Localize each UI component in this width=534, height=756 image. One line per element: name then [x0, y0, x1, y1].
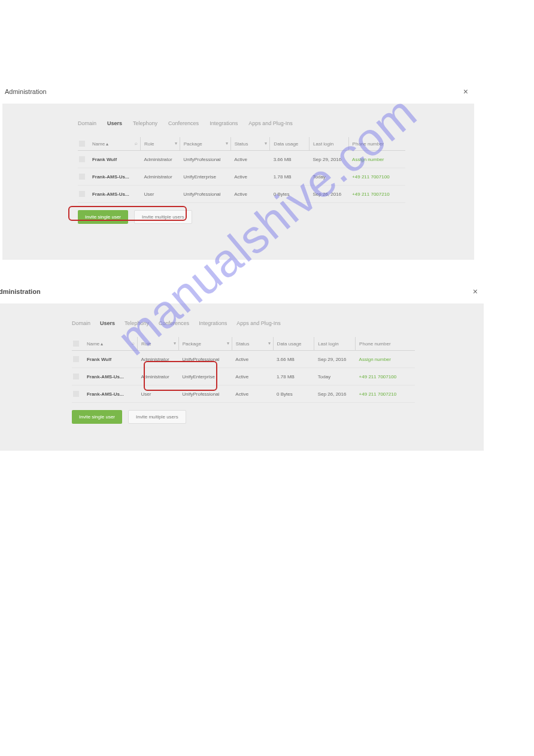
tab-conferences[interactable]: Conferences	[159, 320, 189, 326]
panel-title: Administration	[5, 88, 47, 95]
table-row[interactable]: Frank-AMS-Us...UserUnifyProfessionalActi…	[72, 385, 415, 403]
tab-users[interactable]: Users	[100, 320, 115, 326]
phone-number[interactable]: +49 211 7007210	[348, 186, 405, 203]
phone-number[interactable]: +49 211 7007210	[356, 385, 415, 403]
col-name[interactable]: Name ▴⌕	[86, 337, 138, 351]
cell-package: UnifyEnterprise	[178, 368, 232, 385]
col-package[interactable]: Package▾	[178, 337, 232, 351]
close-icon[interactable]: ×	[463, 87, 468, 96]
invite-single-user-button[interactable]: Invite single user	[72, 410, 122, 424]
cell-data: 3.66 MB	[273, 351, 314, 368]
filter-icon[interactable]: ▾	[174, 341, 176, 346]
table-row[interactable]: Frank WulfAdministratorUnifyProfessional…	[72, 351, 415, 368]
checkbox-icon[interactable]	[79, 141, 85, 147]
tab-integrations[interactable]: Integrations	[199, 320, 227, 326]
cell-last: Sep 26, 2016	[314, 385, 356, 403]
tab-telephony[interactable]: Telephony	[125, 320, 149, 326]
cell-package: UnifyProfessional	[180, 151, 230, 168]
col-data[interactable]: Data usage	[273, 337, 314, 351]
tabs: Domain Users Telephony Conferences Integ…	[0, 320, 484, 326]
invite-multiple-users-button[interactable]: Invite multiple users	[128, 410, 186, 424]
tab-apps[interactable]: Apps and Plug-Ins	[236, 320, 281, 326]
col-status[interactable]: Status▾	[230, 137, 270, 151]
cell-role: Administrator	[137, 351, 178, 368]
col-role[interactable]: Role▾	[137, 337, 178, 351]
row-checkbox[interactable]	[73, 391, 79, 397]
action-buttons: Invite single user Invite multiple users	[78, 210, 474, 224]
cell-status: Active	[232, 368, 273, 385]
admin-panel-1: Administration × Domain Users Telephony …	[2, 87, 474, 260]
col-checkbox[interactable]	[78, 137, 91, 151]
cell-name: Frank Wulf	[86, 351, 138, 368]
cell-last: Today	[314, 368, 356, 385]
tab-users[interactable]: Users	[107, 120, 122, 126]
filter-icon[interactable]: ▾	[175, 141, 177, 146]
assign-number-link[interactable]: Assign number	[348, 151, 405, 168]
cell-last: Sep 29, 2016	[314, 351, 356, 368]
invite-single-user-button[interactable]: Invite single user	[78, 210, 128, 224]
filter-icon[interactable]: ▾	[227, 341, 229, 346]
search-icon[interactable]: ⌕	[135, 141, 138, 146]
assign-number-link[interactable]: Assign number	[356, 351, 415, 368]
cell-data: 1.78 MB	[270, 168, 310, 186]
row-checkbox[interactable]	[79, 191, 85, 197]
filter-icon[interactable]: ▾	[265, 141, 267, 146]
row-checkbox[interactable]	[79, 174, 85, 180]
col-status[interactable]: Status▾	[232, 337, 273, 351]
table-row[interactable]: Frank WulfAdministratorUnifyProfessional…	[78, 151, 405, 168]
tab-domain[interactable]: Domain	[78, 120, 96, 126]
cell-last: Today	[309, 168, 348, 186]
phone-number[interactable]: +49 211 7007100	[348, 168, 405, 186]
table-row[interactable]: Frank-AMS-Us...AdministratorUnifyEnterpr…	[72, 368, 415, 385]
cell-role: User	[141, 186, 180, 203]
tab-telephony[interactable]: Telephony	[133, 120, 157, 126]
table-row[interactable]: Frank-AMS-Us...AdministratorUnifyEnterpr…	[78, 168, 405, 186]
cell-name: Frank Wulf	[91, 151, 141, 168]
cell-data: 3.66 MB	[270, 151, 310, 168]
cell-name: Frank-AMS-Us...	[86, 368, 138, 385]
filter-icon[interactable]: ▾	[268, 341, 271, 346]
col-last[interactable]: Last login	[314, 337, 356, 351]
filter-icon[interactable]: ▾	[226, 141, 228, 146]
users-table: Name ▴⌕ Role▾ Package▾ Status▾ Data usag…	[72, 337, 415, 403]
tab-domain[interactable]: Domain	[72, 320, 90, 326]
cell-last: Sep 29, 2016	[309, 151, 348, 168]
cell-package: UnifyProfessional	[180, 186, 230, 203]
cell-name: Frank-AMS-Us...	[91, 168, 141, 186]
cell-role: User	[137, 385, 178, 403]
tabs: Domain Users Telephony Conferences Integ…	[2, 120, 474, 126]
tab-apps[interactable]: Apps and Plug-Ins	[248, 120, 293, 126]
col-phone[interactable]: Phone number	[348, 137, 405, 151]
cell-status: Active	[230, 151, 270, 168]
cell-name: Frank-AMS-Us...	[91, 186, 141, 203]
panel-title: Administration	[0, 288, 41, 295]
col-name[interactable]: Name ▴⌕	[91, 137, 141, 151]
row-checkbox[interactable]	[79, 156, 85, 162]
col-role[interactable]: Role▾	[141, 137, 180, 151]
cell-data: 1.78 MB	[273, 368, 314, 385]
admin-panel-2: Administration × Domain Users Telephony …	[0, 287, 484, 451]
col-package[interactable]: Package▾	[180, 137, 230, 151]
row-checkbox[interactable]	[73, 356, 79, 362]
table-row[interactable]: Frank-AMS-Us...UserUnifyProfessionalActi…	[78, 186, 405, 203]
cell-role: Administrator	[137, 368, 178, 385]
col-checkbox[interactable]	[72, 337, 86, 351]
tab-integrations[interactable]: Integrations	[210, 120, 238, 126]
cell-package: UnifyProfessional	[178, 385, 232, 403]
search-icon[interactable]: ⌕	[132, 341, 135, 346]
cell-package: UnifyProfessional	[178, 351, 232, 368]
col-last[interactable]: Last login	[309, 137, 348, 151]
col-data[interactable]: Data usage	[270, 137, 310, 151]
checkbox-icon[interactable]	[73, 341, 79, 347]
col-phone[interactable]: Phone number	[356, 337, 415, 351]
phone-number[interactable]: +49 211 7007100	[356, 368, 415, 385]
close-icon[interactable]: ×	[473, 287, 478, 296]
cell-status: Active	[230, 168, 270, 186]
cell-data: 0 Bytes	[273, 385, 314, 403]
invite-multiple-users-button[interactable]: Invite multiple users	[134, 210, 192, 224]
tab-conferences[interactable]: Conferences	[168, 120, 199, 126]
cell-status: Active	[232, 351, 273, 368]
row-checkbox[interactable]	[73, 374, 79, 379]
cell-package: UnifyEnterprise	[180, 168, 230, 186]
cell-status: Active	[230, 186, 270, 203]
